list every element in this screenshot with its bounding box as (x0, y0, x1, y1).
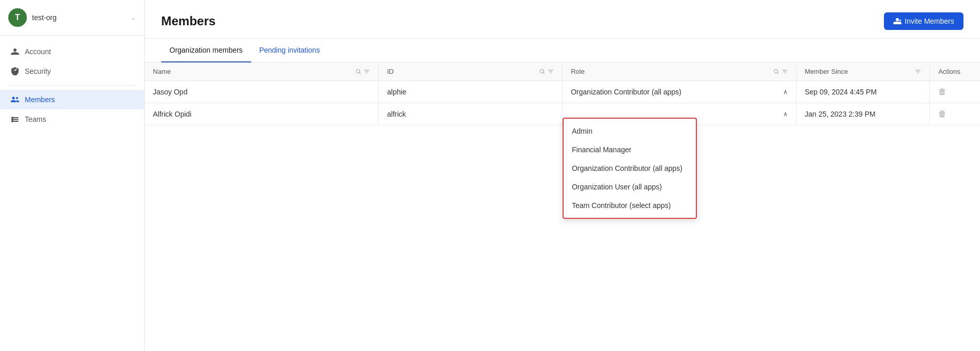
sidebar-item-members[interactable]: Members (0, 90, 144, 109)
shield-icon (10, 67, 20, 76)
tab-pending-invitations[interactable]: Pending invitations (251, 39, 329, 62)
sidebar-item-account-label: Account (25, 47, 51, 56)
col-role-label: Role (571, 68, 585, 75)
row2-actions: 🗑 (930, 103, 980, 125)
table-header: Name ID (145, 62, 980, 81)
main-content: Members Invite Members Organization memb… (145, 0, 980, 351)
sidebar: T test-org ⌄ Account Security (0, 0, 145, 351)
role-dropdown-toggle[interactable]: ∧ (783, 88, 788, 95)
teams-icon (10, 115, 20, 124)
col-name-icons (355, 69, 370, 75)
search-icon[interactable] (539, 69, 546, 75)
delete-button[interactable]: 🗑 (938, 87, 946, 96)
members-table: Name ID (145, 62, 980, 125)
dropdown-option-admin[interactable]: Admin (564, 122, 696, 140)
row1-name: Jasoy Opd (145, 81, 379, 103)
row1-id: alphie (379, 81, 563, 103)
row1-member-since: Sep 09, 2024 4:45 PM (796, 81, 930, 103)
person-icon (10, 47, 20, 56)
invite-icon (893, 17, 901, 25)
members-table-container: Name ID (145, 62, 980, 351)
svg-point-5 (11, 117, 13, 119)
row2-name: Alfrick Opidi (145, 103, 379, 125)
sidebar-item-security[interactable]: Security (0, 61, 144, 81)
tabs-bar: Organization members Pending invitations (145, 39, 980, 62)
dropdown-option-org-user[interactable]: Organization User (all apps) (564, 178, 696, 196)
col-actions-label: Actions (938, 68, 960, 75)
tab-org-members[interactable]: Organization members (161, 39, 251, 62)
row1-role-label: Organization Contributor (all apps) (571, 88, 681, 96)
row2-role: ∧ Admin Financial Manager Organization C… (562, 103, 796, 125)
col-id-icons (539, 69, 554, 75)
filter-icon[interactable] (782, 69, 788, 75)
filter-icon[interactable] (915, 69, 921, 75)
col-role-icons (773, 69, 788, 75)
filter-icon[interactable] (548, 69, 554, 75)
row1-role: Organization Contributor (all apps) ∧ (562, 81, 796, 103)
sidebar-item-security-label: Security (25, 67, 51, 75)
table-row: Alfrick Opidi alfrick ∧ Admin Financial … (145, 103, 980, 125)
dropdown-option-financial-manager[interactable]: Financial Manager (564, 140, 696, 159)
svg-line-14 (543, 72, 545, 74)
col-id-label: ID (387, 68, 394, 75)
main-header: Members Invite Members (145, 0, 980, 39)
svg-point-0 (12, 97, 15, 100)
svg-point-13 (540, 69, 543, 73)
page-title: Members (161, 14, 215, 28)
delete-button[interactable]: 🗑 (938, 109, 946, 118)
chevron-down-icon: ⌄ (131, 14, 136, 21)
sidebar-divider (8, 85, 136, 86)
svg-point-18 (774, 69, 777, 73)
invite-members-button[interactable]: Invite Members (884, 12, 963, 30)
role-dropdown-toggle[interactable]: ∧ (783, 110, 788, 118)
table-row: Jasoy Opd alphie Organization Contributo… (145, 81, 980, 103)
row1-actions: 🗑 (930, 81, 980, 103)
invite-members-label: Invite Members (905, 17, 954, 25)
svg-point-8 (356, 69, 360, 73)
role-dropdown: Admin Financial Manager Organization Con… (563, 118, 697, 219)
dropdown-option-team-contributor[interactable]: Team Contributor (select apps) (564, 196, 696, 215)
dropdown-option-org-contributor[interactable]: Organization Contributor (all apps) (564, 159, 696, 178)
sidebar-item-teams[interactable]: Teams (0, 109, 144, 129)
col-header-id: ID (379, 62, 563, 81)
svg-line-9 (360, 72, 361, 74)
search-icon[interactable] (773, 69, 780, 75)
sidebar-nav: Account Security Members (0, 36, 144, 135)
search-icon[interactable] (355, 69, 362, 75)
table-body: Jasoy Opd alphie Organization Contributo… (145, 81, 980, 125)
col-header-role: Role (562, 62, 796, 81)
sidebar-item-teams-label: Teams (25, 115, 46, 123)
filter-icon[interactable] (364, 69, 370, 75)
col-header-actions: Actions (930, 62, 980, 81)
org-name-label: test-org (32, 13, 126, 22)
row2-id: alfrick (379, 103, 563, 125)
sidebar-item-members-label: Members (25, 95, 55, 104)
members-icon (10, 95, 20, 104)
svg-point-1 (16, 97, 18, 99)
row2-member-since: Jan 25, 2023 2:39 PM (796, 103, 930, 125)
sidebar-item-account[interactable]: Account (0, 42, 144, 61)
col-header-name: Name (145, 62, 379, 81)
org-switcher[interactable]: T test-org ⌄ (0, 0, 144, 36)
col-member-since-label: Member Since (805, 68, 848, 75)
org-avatar: T (8, 8, 27, 27)
svg-line-19 (777, 72, 779, 74)
svg-point-6 (11, 119, 13, 121)
svg-point-7 (11, 120, 13, 122)
col-member-since-icons (915, 69, 921, 75)
col-name-label: Name (153, 68, 171, 75)
col-header-member-since: Member Since (796, 62, 930, 81)
